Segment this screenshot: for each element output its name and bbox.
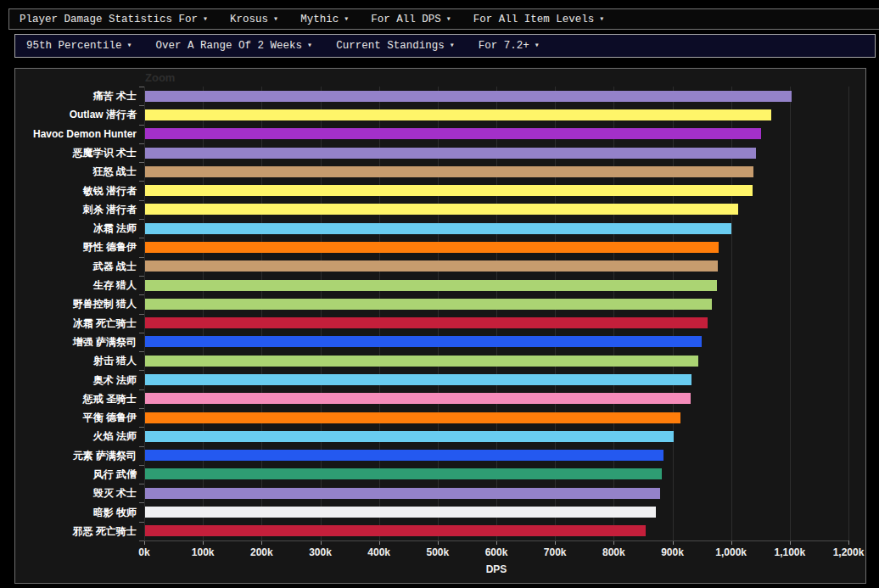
y-axis-tick (139, 370, 144, 371)
category-label: 增强 萨满祭司 (15, 335, 137, 349)
bar[interactable] (145, 204, 738, 215)
x-tick-label: 200k (250, 546, 273, 558)
caret-down-icon: ▾ (203, 15, 208, 24)
bar[interactable] (145, 412, 680, 423)
x-axis-title: DPS (486, 563, 507, 575)
y-axis-tick (139, 276, 144, 277)
bar[interactable] (145, 356, 698, 367)
menu-item-levels-dropdown[interactable]: For All Item Levels▾ (473, 14, 605, 25)
y-axis-tick (139, 238, 144, 238)
menu-patch-dropdown[interactable]: For 7.2+▾ (479, 40, 540, 52)
bar[interactable] (145, 507, 656, 518)
bar[interactable] (145, 431, 674, 442)
bar[interactable] (145, 91, 792, 102)
category-label: 火焰 法师 (15, 429, 137, 443)
x-tick-label: 600k (485, 546, 508, 558)
y-axis-tick (139, 105, 144, 106)
y-axis-tick (139, 162, 144, 163)
bar[interactable] (145, 488, 660, 499)
x-tick-label: 300k (309, 546, 332, 558)
menu-patch-label: For 7.2+ (479, 40, 529, 52)
bar[interactable] (145, 185, 753, 196)
y-axis-tick (139, 333, 144, 333)
caret-down-icon: ▾ (535, 42, 540, 50)
y-axis-tick (139, 389, 144, 390)
bar[interactable] (145, 374, 691, 385)
menu-percentile-dropdown[interactable]: 95th Percentile▾ (26, 40, 132, 52)
category-label: 惩戒 圣骑士 (15, 392, 137, 406)
category-label: 射击 猎人 (15, 354, 137, 367)
x-tick-label: 1,200k (833, 546, 865, 558)
category-label: 武器 战士 (15, 260, 137, 273)
x-tick-label: 1,000k (715, 546, 747, 558)
bar[interactable] (145, 280, 717, 291)
bar[interactable] (145, 148, 756, 159)
bar[interactable] (145, 260, 718, 272)
category-label: 平衡 德鲁伊 (15, 411, 137, 424)
bar[interactable] (145, 317, 708, 328)
x-tick-label: 700k (544, 546, 567, 558)
primary-filter-bar: Player Damage Statistics For▾Krosus▾Myth… (8, 8, 879, 30)
category-label: 毁灭 术士 (15, 486, 137, 500)
x-tick-label: 100k (192, 546, 215, 558)
y-axis-tick (139, 200, 144, 201)
x-gridline (790, 87, 791, 540)
y-axis-tick (139, 219, 144, 220)
category-label: 刺杀 潜行者 (15, 203, 137, 216)
menu-standings-dropdown[interactable]: Current Standings▾ (336, 40, 455, 52)
bar[interactable] (145, 242, 719, 253)
bar[interactable] (145, 299, 712, 310)
menu-metric-scope-dropdown[interactable]: For All DPS▾ (371, 14, 451, 25)
menu-boss-label: Krosus (230, 14, 268, 25)
category-label: 生存 猎人 (15, 278, 137, 292)
bar[interactable] (145, 166, 753, 177)
y-axis-tick (139, 351, 144, 352)
bar[interactable] (145, 450, 663, 461)
category-label: 狂怒 战士 (15, 165, 137, 178)
x-tick-label: 400k (367, 546, 390, 558)
plot-area[interactable]: 0k100k200k300k400k500k600k700k800k900k1,… (15, 69, 865, 583)
x-axis-line (144, 540, 848, 541)
caret-down-icon: ▾ (307, 42, 312, 50)
bar[interactable] (145, 109, 771, 120)
category-label: 冰霜 法师 (15, 221, 137, 235)
menu-boss-dropdown[interactable]: Krosus▾ (230, 14, 278, 25)
menu-item-levels-label: For All Item Levels (473, 14, 595, 25)
menu-metric-scope-label: For All DPS (371, 14, 441, 25)
y-axis-tick (139, 484, 144, 484)
x-tick-label: 900k (661, 546, 684, 558)
bar[interactable] (145, 128, 761, 139)
y-axis-tick (139, 427, 144, 428)
caret-down-icon: ▾ (127, 42, 132, 50)
y-axis-tick (139, 465, 144, 466)
category-label: 元素 萨满祭司 (15, 449, 137, 462)
caret-down-icon: ▾ (344, 15, 349, 24)
menu-statistics-type-dropdown[interactable]: Player Damage Statistics For▾ (20, 14, 208, 25)
bar[interactable] (145, 525, 646, 536)
y-axis-tick (139, 502, 144, 503)
x-tick-label: 1,100k (774, 546, 805, 558)
bar[interactable] (145, 393, 691, 404)
category-label: Havoc Demon Hunter (15, 127, 137, 141)
y-axis-tick (139, 446, 144, 447)
y-axis-tick (139, 257, 144, 258)
bar[interactable] (145, 336, 702, 347)
y-axis-tick (139, 540, 144, 541)
x-tick-label: 800k (602, 546, 625, 558)
y-axis-tick (139, 408, 144, 409)
y-axis-tick (139, 522, 144, 523)
category-label: 风行 武僧 (15, 468, 137, 481)
menu-difficulty-dropdown[interactable]: Mythic▾ (300, 14, 349, 25)
category-label: 恶魔学识 术士 (15, 146, 137, 160)
category-label: 暗影 牧师 (15, 506, 137, 519)
y-axis-tick (139, 294, 144, 295)
category-label: 野兽控制 猎人 (15, 297, 137, 311)
bar[interactable] (145, 223, 731, 234)
bar[interactable] (145, 468, 662, 479)
caret-down-icon: ▾ (599, 15, 604, 24)
category-label: 邪恶 死亡骑士 (15, 524, 137, 538)
menu-time-range-dropdown[interactable]: Over A Range Of 2 Weeks▾ (156, 40, 313, 52)
caret-down-icon: ▾ (273, 15, 278, 24)
secondary-filter-bar: 95th Percentile▾Over A Range Of 2 Weeks▾… (14, 34, 876, 58)
category-label: 痛苦 术士 (15, 89, 137, 103)
